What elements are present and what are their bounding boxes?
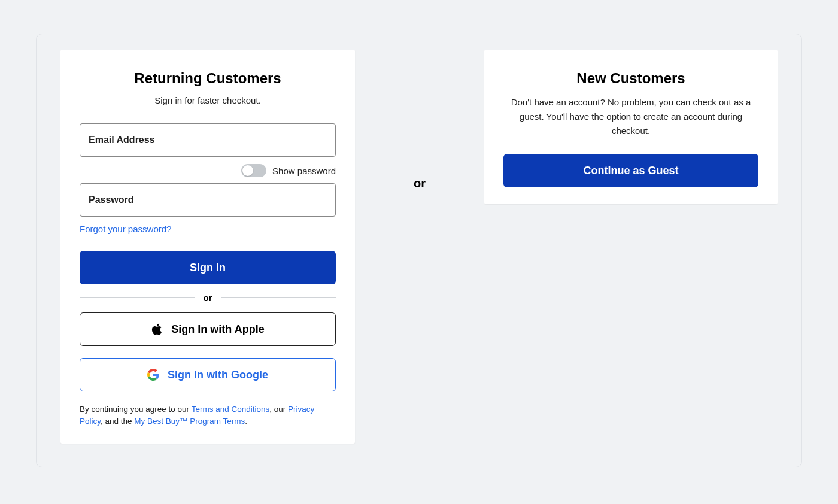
legal-mid1: , our <box>269 405 288 414</box>
new-title: New Customers <box>503 70 758 87</box>
legal-pre: By continuing you agree to our <box>80 405 192 414</box>
show-password-label: Show password <box>272 166 336 176</box>
vline-top <box>420 50 420 168</box>
returning-title: Returning Customers <box>80 70 336 87</box>
legal-post: . <box>245 417 247 426</box>
password-field[interactable] <box>80 183 336 217</box>
vline-bottom <box>420 199 420 293</box>
apple-icon <box>151 323 163 336</box>
sign-in-apple-button[interactable]: Sign In with Apple <box>80 312 336 346</box>
google-button-label: Sign In with Google <box>168 369 268 381</box>
vertical-divider: or <box>414 50 426 293</box>
mbb-terms-link[interactable]: My Best Buy™ Program Terms <box>134 417 245 426</box>
returning-customers-card: Returning Customers Sign in for faster c… <box>60 50 355 444</box>
oauth-separator: or <box>80 293 336 303</box>
hline-left <box>80 297 195 298</box>
apple-button-label: Sign In with Apple <box>171 323 264 336</box>
checkout-auth-page: Returning Customers Sign in for faster c… <box>36 34 802 467</box>
legal-mid2: , and the <box>101 417 134 426</box>
show-password-toggle[interactable] <box>241 164 266 177</box>
continue-guest-button[interactable]: Continue as Guest <box>503 154 758 187</box>
email-field[interactable] <box>80 123 336 157</box>
google-icon <box>147 369 159 381</box>
hline-right <box>221 297 336 298</box>
show-password-row: Show password <box>80 164 336 177</box>
returning-customers-column: Returning Customers Sign in for faster c… <box>60 50 355 451</box>
forgot-password-link[interactable]: Forgot your password? <box>80 224 171 234</box>
legal-text: By continuing you agree to our Terms and… <box>80 403 336 427</box>
new-customers-column: New Customers Don't have an account? No … <box>484 50 778 451</box>
new-customers-card: New Customers Don't have an account? No … <box>484 50 778 204</box>
sign-in-google-button[interactable]: Sign In with Google <box>80 358 336 391</box>
terms-link[interactable]: Terms and Conditions <box>192 405 270 414</box>
toggle-knob <box>242 165 253 176</box>
sign-in-button[interactable]: Sign In <box>80 251 336 284</box>
returning-subtitle: Sign in for faster checkout. <box>80 95 336 105</box>
divider-or-label: or <box>414 168 426 199</box>
divider-column: or <box>355 50 484 451</box>
new-subtitle: Don't have an account? No problem, you c… <box>503 95 758 138</box>
separator-or-label: or <box>204 293 212 303</box>
